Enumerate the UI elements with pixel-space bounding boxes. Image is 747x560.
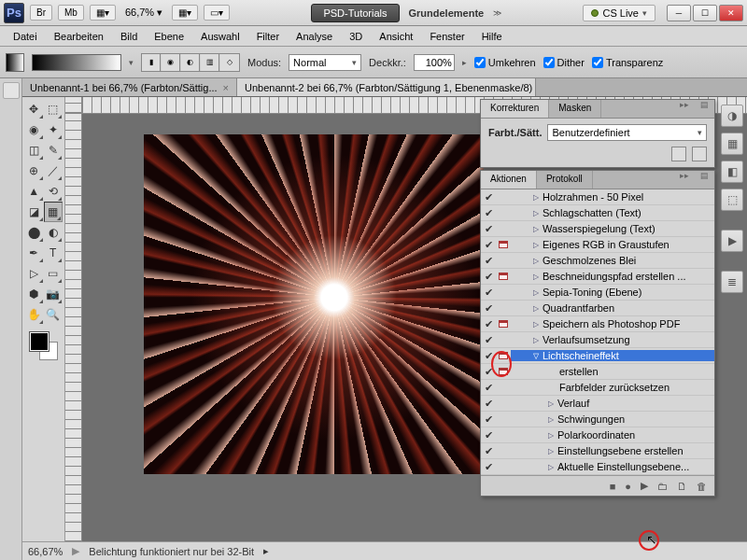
opacity-chevron[interactable]: ▸ [462, 58, 467, 67]
action-item[interactable]: ▷Holzrahmen - 50 Pixel [511, 191, 714, 203]
action-item[interactable]: ▷Schwingungen [511, 413, 714, 425]
gradient-tool[interactable]: ▦ [44, 202, 63, 222]
stamp-tool[interactable]: ▲ [24, 181, 44, 202]
tab-protokoll[interactable]: Protokoll [537, 171, 593, 189]
action-item[interactable]: ▷Polarkoordinaten [511, 429, 714, 441]
document-tab[interactable]: Unbenannt-2 bei 66,7% (Farbton/Sättigung… [237, 78, 536, 96]
pen-tool[interactable]: ✒ [24, 243, 44, 263]
action-toggle-checkbox[interactable]: ✔ [481, 223, 496, 235]
panel-collapse-icon[interactable]: ▸▸ [674, 171, 695, 189]
path-select-tool[interactable]: ▷ [24, 263, 44, 284]
tool-preset-picker[interactable] [6, 53, 24, 72]
action-item[interactable]: ▷Geschmolzenes Blei [511, 255, 714, 266]
screen-mode-button[interactable]: ▭▾ [204, 5, 230, 21]
bridge-button[interactable]: Br [30, 5, 52, 21]
status-zoom[interactable]: 66,67% [28, 546, 63, 557]
action-dialog-toggle[interactable] [496, 352, 511, 359]
action-item[interactable]: ▷Quadrantfarben [511, 302, 714, 314]
action-row[interactable]: ✔▷Beschneidungspfad erstellen ... [481, 269, 714, 285]
disclosure-icon[interactable]: ▷ [533, 336, 539, 344]
ruler-vertical[interactable] [65, 114, 82, 541]
preset-combo[interactable]: Benutzerdefiniert▾ [547, 124, 707, 141]
action-toggle-checkbox[interactable]: ✔ [481, 302, 496, 315]
swatches-panel-icon[interactable]: ▦ [721, 133, 743, 155]
transparency-checkbox[interactable]: Transparenz [592, 57, 663, 68]
dodge-tool[interactable]: ◐ [44, 222, 63, 243]
action-row[interactable]: ✔▷Einstellungsebene erstellen [481, 443, 714, 459]
new-action-button[interactable]: 🗋 [677, 481, 687, 492]
action-item[interactable]: ▷Eigenes RGB in Graustufen [511, 239, 714, 250]
reverse-checkbox[interactable]: Umkehren [474, 57, 536, 68]
play-button[interactable]: ▶ [641, 480, 648, 492]
action-toggle-checkbox[interactable]: ✔ [481, 271, 496, 283]
status-play-icon[interactable]: ▶ [72, 545, 79, 557]
hand-tool[interactable]: ✋ [24, 304, 44, 325]
action-toggle-checkbox[interactable]: ✔ [481, 287, 496, 299]
action-row[interactable]: ✔▷Schlagschatten (Text) [481, 205, 714, 221]
action-item[interactable]: ▷Aktuelle Einstellungsebene... [511, 461, 714, 472]
action-toggle-checkbox[interactable]: ✔ [481, 461, 496, 473]
action-row[interactable]: ✔▷Quadrantfarben [481, 301, 714, 316]
heal-tool[interactable]: ⊕ [24, 161, 44, 181]
action-row[interactable]: ✔▷Verlaufsumsetzung [481, 332, 714, 348]
minibridge-button[interactable]: Mb [58, 5, 84, 21]
zoom-readout[interactable]: 66,7% ▾ [121, 7, 166, 19]
play-panel-icon[interactable]: ▶ [721, 230, 743, 252]
tab-korrekturen[interactable]: Korrekturen [481, 100, 549, 118]
action-item[interactable]: ▷Wasserspiegelung (Text) [511, 223, 714, 234]
action-row[interactable]: ✔Farbfelder zurücksetzen [481, 380, 714, 396]
action-item[interactable]: Farbfelder zurücksetzen [511, 382, 714, 393]
panel-menu-icon[interactable]: ▤ [695, 100, 714, 118]
3dcam-tool[interactable]: 📷 [44, 284, 63, 304]
action-item[interactable]: ▷Verlaufsumsetzung [511, 334, 714, 345]
menu-ansicht[interactable]: Ansicht [372, 28, 420, 45]
minimize-button[interactable]: ─ [667, 5, 691, 21]
action-row[interactable]: ✔▷Holzrahmen - 50 Pixel [481, 189, 714, 205]
action-item[interactable]: erstellen [511, 366, 714, 377]
wand-tool[interactable]: ✦ [44, 119, 63, 140]
chevron-right-icon[interactable]: ≫ [493, 8, 501, 18]
action-row[interactable]: ✔▷Eigenes RGB in Graustufen [481, 237, 714, 253]
action-toggle-checkbox[interactable]: ✔ [481, 207, 496, 219]
disclosure-icon[interactable]: ▷ [533, 241, 539, 249]
eyedropper-tool[interactable]: ✎ [44, 140, 63, 161]
menu-filter[interactable]: Filter [249, 28, 287, 45]
maximize-button[interactable]: ☐ [693, 5, 717, 21]
action-toggle-checkbox[interactable]: ✔ [481, 350, 496, 362]
trash-button[interactable]: 🗑 [697, 481, 707, 492]
action-item[interactable]: ▽Lichtscheineffekt [511, 350, 714, 361]
action-toggle-checkbox[interactable]: ✔ [481, 366, 496, 378]
panel-collapse-icon[interactable]: ▸▸ [674, 100, 695, 118]
new-set-button[interactable]: 🗀 [657, 481, 668, 492]
record-button[interactable]: ● [625, 481, 631, 492]
dither-checkbox[interactable]: Dither [543, 57, 585, 68]
menu-datei[interactable]: Datei [6, 28, 45, 45]
action-row[interactable]: ✔▷Polarkoordinaten [481, 427, 714, 443]
status-more-icon[interactable]: ▸ [263, 545, 269, 557]
disclosure-icon[interactable]: ▷ [533, 193, 539, 202]
eraser-tool[interactable]: ◪ [24, 202, 44, 222]
action-item[interactable]: ▷Beschneidungspfad erstellen ... [511, 271, 714, 282]
action-row[interactable]: ✔▷Wasserspiegelung (Text) [481, 221, 714, 237]
action-row[interactable]: ✔▷Schwingungen [481, 412, 714, 427]
action-dialog-toggle[interactable] [496, 273, 511, 280]
action-toggle-checkbox[interactable]: ✔ [481, 413, 496, 426]
lasso-tool[interactable]: ◉ [24, 119, 44, 140]
disclosure-icon[interactable]: ▷ [548, 447, 554, 455]
action-toggle-checkbox[interactable]: ✔ [481, 382, 496, 394]
disclosure-icon[interactable]: ▷ [533, 257, 539, 265]
action-toggle-checkbox[interactable]: ✔ [481, 429, 496, 441]
action-toggle-checkbox[interactable]: ✔ [481, 334, 496, 346]
shape-tool[interactable]: ▭ [44, 263, 63, 284]
action-toggle-checkbox[interactable]: ✔ [481, 255, 496, 267]
gradient-diamond[interactable]: ◇ [220, 54, 239, 71]
disclosure-icon[interactable]: ▷ [533, 320, 539, 329]
action-dialog-toggle[interactable] [496, 368, 511, 375]
stop-button[interactable]: ■ [610, 481, 616, 492]
menu-bearbeiten[interactable]: Bearbeiten [47, 28, 111, 45]
action-row[interactable]: ✔▽Lichtscheineffekt [481, 348, 714, 364]
action-item[interactable]: ▷Speichern als Photoshop PDF [511, 318, 714, 329]
close-button[interactable]: ✕ [719, 5, 743, 21]
action-row[interactable]: ✔▷Verlauf [481, 396, 714, 412]
view-extras-button[interactable]: ▦▾ [172, 5, 198, 21]
